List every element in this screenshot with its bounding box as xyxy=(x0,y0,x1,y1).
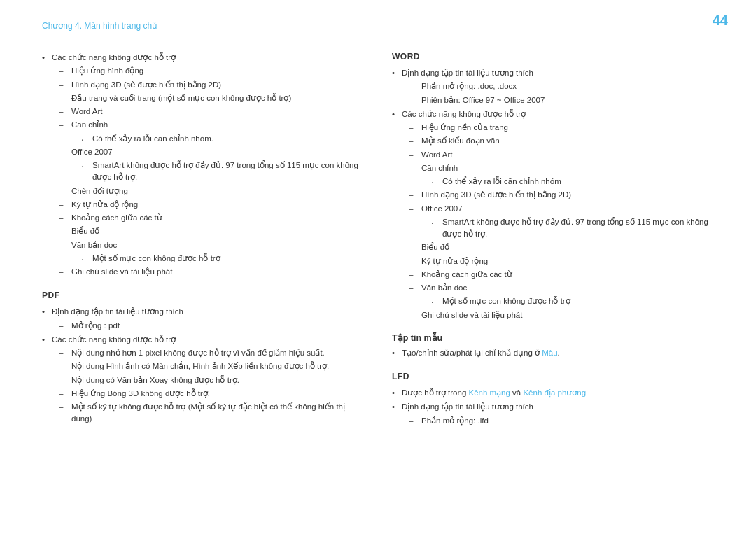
taptin-list: Tạo/chỉnh sửa/phát lại chỉ khả dụng ở Mà… xyxy=(392,347,714,359)
list-item: Ghi chú slide và tài liệu phát xyxy=(59,266,364,278)
list-item: Ghi chú slide và tài liệu phát xyxy=(409,309,714,321)
list-item: SmartArt không được hỗ trợ đầy đủ. 97 tr… xyxy=(431,216,714,241)
list-item: Một số ký tự không được hỗ trợ (Một số k… xyxy=(59,401,364,426)
page-header: Chương 4. Màn hình trang chủ 44 xyxy=(42,21,714,31)
list-item: Văn bản doc Một số mục con không được hỗ… xyxy=(409,282,714,308)
word-list: Định dạng tập tin tài liệu tương thích P… xyxy=(392,67,714,321)
kenh-mang-link[interactable]: Kênh mạng xyxy=(468,388,510,397)
list-item: Hiệu ứng hình động xyxy=(59,65,364,77)
page-number: 44 xyxy=(713,13,728,29)
list-item: Một số kiểu đoạn văn xyxy=(409,135,714,147)
left-column: Các chức năng không được hỗ trợ Hiệu ứng… xyxy=(42,52,364,431)
right-column: WORD Định dạng tập tin tài liệu tương th… xyxy=(392,52,714,431)
list-item: Khoảng cách giữa các từ xyxy=(409,269,714,281)
list-item: Mở rộng : pdf xyxy=(59,320,364,332)
word-heading: WORD xyxy=(392,52,714,62)
list-item: Hình dạng 3D (sẽ được hiển thị bằng 2D) xyxy=(59,79,364,91)
list-item: Đầu trang và cuối trang (một số mục con … xyxy=(59,92,364,104)
list-item: Căn chỉnh Có thể xảy ra lỗi căn chỉnh nh… xyxy=(409,162,714,188)
list-item: Word Art xyxy=(59,106,364,118)
list-item: Tạo/chỉnh sửa/phát lại chỉ khả dụng ở Mà… xyxy=(392,347,714,359)
sub-list: Hiệu ứng hình động Hình dạng 3D (sẽ được… xyxy=(59,65,364,278)
list-item: Office 2007 SmartArt không được hỗ trợ đ… xyxy=(59,146,364,184)
list-item: Một số mục con không được hỗ trợ xyxy=(431,295,714,307)
list-item: Định dạng tập tin tài liệu tương thích P… xyxy=(392,67,714,106)
list-item: SmartArt không được hỗ trợ đầy đủ. 97 tr… xyxy=(81,160,364,184)
mau-link[interactable]: Màu xyxy=(542,349,557,357)
list-item: Ký tự nửa độ rộng xyxy=(59,199,364,211)
list-item: Chèn đối tượng xyxy=(59,185,364,197)
list-item: Phiên bản: Office 97 ~ Office 2007 xyxy=(409,94,714,106)
list-item: Văn bản doc Một số mục con không được hỗ… xyxy=(59,239,364,265)
list-item: Nội dung Hình ảnh có Màn chắn, Hình ảnh … xyxy=(59,360,364,372)
left-intro-list: Các chức năng không được hỗ trợ Hiệu ứng… xyxy=(42,52,364,278)
list-item: Một số mục con không được hỗ trợ xyxy=(81,253,364,265)
list-item: Hiệu ứng nền của trang xyxy=(409,122,714,134)
list-item: Word Art xyxy=(409,149,714,161)
list-item: Định dạng tập tin tài liệu tương thích P… xyxy=(392,401,714,427)
list-item: Định dạng tập tin tài liệu tương thích M… xyxy=(42,306,364,332)
list-item: Biểu đồ xyxy=(59,225,364,237)
list-item: Ký tự nửa độ rộng xyxy=(409,255,714,267)
list-item-text: Các chức năng không được hỗ trợ xyxy=(52,53,176,62)
breadcrumb: Chương 4. Màn hình trang chủ xyxy=(42,21,158,31)
list-item: Căn chỉnh Có thể xảy ra lỗi căn chỉnh nh… xyxy=(59,119,364,145)
list-item: Được hỗ trợ trong Kênh mạng và Kênh địa … xyxy=(392,387,714,399)
list-item: Các chức năng không được hỗ trợ Hiệu ứng… xyxy=(42,52,364,278)
lfd-list: Được hỗ trợ trong Kênh mạng và Kênh địa … xyxy=(392,387,714,427)
list-item: Nội dung có Văn bản Xoay không được hỗ t… xyxy=(59,374,364,386)
pdf-list: Định dạng tập tin tài liệu tương thích M… xyxy=(42,306,364,425)
kenh-dia-phuong-link[interactable]: Kênh địa phương xyxy=(523,388,586,397)
page-container: Chương 4. Màn hình trang chủ 44 Các chức… xyxy=(0,0,756,534)
list-item: Biểu đồ xyxy=(409,241,714,253)
taptin-heading: Tập tin mẫu xyxy=(392,332,714,343)
list-item: Các chức năng không được hỗ trợ Nội dung… xyxy=(42,334,364,426)
list-item: Có thể xảy ra lỗi căn chỉnh nhóm. xyxy=(81,133,364,145)
list-item: Phần mở rộng: .lfd xyxy=(409,415,714,427)
list-item: Hình dạng 3D (sẽ được hiển thị bằng 2D) xyxy=(409,189,714,201)
pdf-heading: PDF xyxy=(42,290,364,300)
list-item: Hiệu ứng Bóng 3D không được hỗ trợ. xyxy=(59,388,364,400)
lfd-heading: LFD xyxy=(392,372,714,381)
list-item: Office 2007 SmartArt không được hỗ trợ đ… xyxy=(409,203,714,241)
list-item: Khoảng cách giữa các từ xyxy=(59,212,364,224)
list-item: Phần mở rộng: .doc, .docx xyxy=(409,80,714,92)
list-item: Có thể xảy ra lỗi căn chỉnh nhóm xyxy=(431,176,714,188)
list-item: Nội dung nhỏ hơn 1 pixel không được hỗ t… xyxy=(59,347,364,359)
content-columns: Các chức năng không được hỗ trợ Hiệu ứng… xyxy=(42,52,714,431)
list-item: Các chức năng không được hỗ trợ Hiệu ứng… xyxy=(392,108,714,321)
